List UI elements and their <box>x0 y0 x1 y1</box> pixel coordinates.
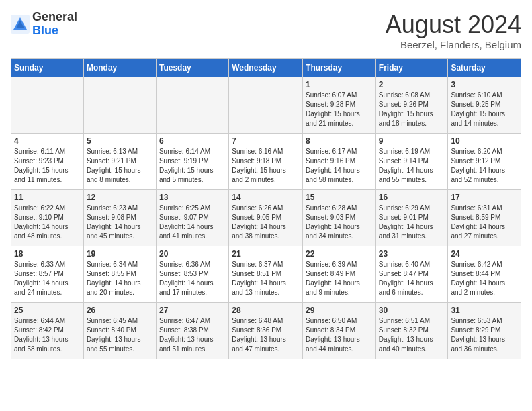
calendar-cell: 15Sunrise: 6:28 AM Sunset: 9:03 PM Dayli… <box>303 190 376 246</box>
day-info: Sunrise: 6:28 AM Sunset: 9:03 PM Dayligh… <box>306 203 373 241</box>
day-info: Sunrise: 6:48 AM Sunset: 8:36 PM Dayligh… <box>232 316 300 354</box>
days-header-row: SundayMondayTuesdayWednesdayThursdayFrid… <box>11 59 521 77</box>
calendar-cell: 3Sunrise: 6:10 AM Sunset: 9:25 PM Daylig… <box>448 77 521 134</box>
day-number: 19 <box>87 249 153 259</box>
day-header-wednesday: Wednesday <box>229 59 303 77</box>
day-number: 23 <box>379 249 445 259</box>
day-number: 8 <box>306 136 373 146</box>
location: Beerzel, Flanders, Belgium <box>386 39 521 50</box>
calendar-cell: 20Sunrise: 6:36 AM Sunset: 8:53 PM Dayli… <box>156 246 228 303</box>
day-info: Sunrise: 6:08 AM Sunset: 9:26 PM Dayligh… <box>379 91 445 128</box>
calendar-cell: 19Sunrise: 6:34 AM Sunset: 8:55 PM Dayli… <box>83 246 156 303</box>
calendar-cell: 24Sunrise: 6:42 AM Sunset: 8:44 PM Dayli… <box>448 246 521 303</box>
day-header-tuesday: Tuesday <box>156 59 228 77</box>
day-number: 20 <box>159 249 226 259</box>
day-info: Sunrise: 6:20 AM Sunset: 9:12 PM Dayligh… <box>451 147 518 185</box>
logo: General Blue <box>11 11 77 38</box>
month-year: August 2024 <box>386 11 521 39</box>
day-info: Sunrise: 6:22 AM Sunset: 9:10 PM Dayligh… <box>14 203 81 241</box>
day-header-monday: Monday <box>83 59 156 77</box>
calendar-cell: 2Sunrise: 6:08 AM Sunset: 9:26 PM Daylig… <box>375 77 448 134</box>
logo-line1: General <box>32 11 77 24</box>
page-header: General Blue August 2024 Beerzel, Flande… <box>11 11 521 50</box>
day-info: Sunrise: 6:31 AM Sunset: 8:59 PM Dayligh… <box>451 203 518 241</box>
calendar-cell: 13Sunrise: 6:25 AM Sunset: 9:07 PM Dayli… <box>156 190 228 246</box>
calendar-cell: 8Sunrise: 6:17 AM Sunset: 9:16 PM Daylig… <box>303 134 376 190</box>
calendar-cell <box>156 77 228 134</box>
day-info: Sunrise: 6:37 AM Sunset: 8:51 PM Dayligh… <box>232 260 300 298</box>
day-number: 7 <box>232 136 300 146</box>
day-number: 18 <box>14 249 81 259</box>
calendar-table: SundayMondayTuesdayWednesdayThursdayFrid… <box>11 58 521 359</box>
day-number: 30 <box>379 306 445 315</box>
day-info: Sunrise: 6:44 AM Sunset: 8:42 PM Dayligh… <box>14 316 81 354</box>
day-header-thursday: Thursday <box>303 59 376 77</box>
calendar-cell: 5Sunrise: 6:13 AM Sunset: 9:21 PM Daylig… <box>83 134 156 190</box>
day-info: Sunrise: 6:07 AM Sunset: 9:28 PM Dayligh… <box>306 91 373 128</box>
week-row-4: 18Sunrise: 6:33 AM Sunset: 8:57 PM Dayli… <box>11 246 521 303</box>
calendar-cell: 17Sunrise: 6:31 AM Sunset: 8:59 PM Dayli… <box>448 190 521 246</box>
week-row-1: 1Sunrise: 6:07 AM Sunset: 9:28 PM Daylig… <box>11 77 521 134</box>
day-info: Sunrise: 6:39 AM Sunset: 8:49 PM Dayligh… <box>306 260 373 298</box>
day-number: 25 <box>14 306 81 315</box>
calendar-cell <box>11 77 84 134</box>
day-info: Sunrise: 6:51 AM Sunset: 8:32 PM Dayligh… <box>379 316 445 354</box>
day-number: 2 <box>379 80 445 89</box>
day-header-friday: Friday <box>375 59 448 77</box>
calendar-cell: 22Sunrise: 6:39 AM Sunset: 8:49 PM Dayli… <box>303 246 376 303</box>
day-number: 26 <box>87 306 153 315</box>
day-info: Sunrise: 6:50 AM Sunset: 8:34 PM Dayligh… <box>306 316 373 354</box>
day-header-saturday: Saturday <box>448 59 521 77</box>
calendar-cell: 4Sunrise: 6:11 AM Sunset: 9:23 PM Daylig… <box>11 134 84 190</box>
day-number: 5 <box>87 136 153 146</box>
day-info: Sunrise: 6:13 AM Sunset: 9:21 PM Dayligh… <box>87 147 153 185</box>
day-info: Sunrise: 6:45 AM Sunset: 8:40 PM Dayligh… <box>87 316 153 354</box>
week-row-3: 11Sunrise: 6:22 AM Sunset: 9:10 PM Dayli… <box>11 190 521 246</box>
calendar-cell: 28Sunrise: 6:48 AM Sunset: 8:36 PM Dayli… <box>229 303 303 359</box>
day-info: Sunrise: 6:36 AM Sunset: 8:53 PM Dayligh… <box>159 260 226 298</box>
day-number: 13 <box>159 193 226 202</box>
day-info: Sunrise: 6:26 AM Sunset: 9:05 PM Dayligh… <box>232 203 300 241</box>
calendar-cell: 10Sunrise: 6:20 AM Sunset: 9:12 PM Dayli… <box>448 134 521 190</box>
calendar-cell <box>229 77 303 134</box>
day-number: 29 <box>306 306 373 315</box>
day-info: Sunrise: 6:33 AM Sunset: 8:57 PM Dayligh… <box>14 260 81 298</box>
calendar-cell: 30Sunrise: 6:51 AM Sunset: 8:32 PM Dayli… <box>375 303 448 359</box>
day-info: Sunrise: 6:34 AM Sunset: 8:55 PM Dayligh… <box>87 260 153 298</box>
day-info: Sunrise: 6:25 AM Sunset: 9:07 PM Dayligh… <box>159 203 226 241</box>
calendar-cell: 1Sunrise: 6:07 AM Sunset: 9:28 PM Daylig… <box>303 77 376 134</box>
calendar-cell: 18Sunrise: 6:33 AM Sunset: 8:57 PM Dayli… <box>11 246 84 303</box>
calendar-cell: 29Sunrise: 6:50 AM Sunset: 8:34 PM Dayli… <box>303 303 376 359</box>
calendar-cell: 7Sunrise: 6:16 AM Sunset: 9:18 PM Daylig… <box>229 134 303 190</box>
calendar-cell: 23Sunrise: 6:40 AM Sunset: 8:47 PM Dayli… <box>375 246 448 303</box>
day-number: 22 <box>306 249 373 259</box>
day-number: 21 <box>232 249 300 259</box>
logo-icon <box>11 15 30 34</box>
calendar-cell: 11Sunrise: 6:22 AM Sunset: 9:10 PM Dayli… <box>11 190 84 246</box>
day-number: 16 <box>379 193 445 202</box>
day-number: 24 <box>451 249 518 259</box>
calendar-cell: 27Sunrise: 6:47 AM Sunset: 8:38 PM Dayli… <box>156 303 228 359</box>
day-number: 27 <box>159 306 226 315</box>
day-number: 14 <box>232 193 300 202</box>
day-header-sunday: Sunday <box>11 59 84 77</box>
week-row-2: 4Sunrise: 6:11 AM Sunset: 9:23 PM Daylig… <box>11 134 521 190</box>
day-info: Sunrise: 6:14 AM Sunset: 9:19 PM Dayligh… <box>159 147 226 185</box>
calendar-cell: 9Sunrise: 6:19 AM Sunset: 9:14 PM Daylig… <box>375 134 448 190</box>
day-info: Sunrise: 6:47 AM Sunset: 8:38 PM Dayligh… <box>159 316 226 354</box>
day-number: 9 <box>379 136 445 146</box>
day-info: Sunrise: 6:42 AM Sunset: 8:44 PM Dayligh… <box>451 260 518 298</box>
calendar-cell: 14Sunrise: 6:26 AM Sunset: 9:05 PM Dayli… <box>229 190 303 246</box>
day-info: Sunrise: 6:53 AM Sunset: 8:29 PM Dayligh… <box>451 316 518 354</box>
day-number: 4 <box>14 136 81 146</box>
calendar-cell: 25Sunrise: 6:44 AM Sunset: 8:42 PM Dayli… <box>11 303 84 359</box>
day-number: 6 <box>159 136 226 146</box>
day-info: Sunrise: 6:19 AM Sunset: 9:14 PM Dayligh… <box>379 147 445 185</box>
day-info: Sunrise: 6:40 AM Sunset: 8:47 PM Dayligh… <box>379 260 445 298</box>
day-number: 3 <box>451 80 518 89</box>
day-number: 10 <box>451 136 518 146</box>
calendar-cell <box>83 77 156 134</box>
day-number: 31 <box>451 306 518 315</box>
day-info: Sunrise: 6:17 AM Sunset: 9:16 PM Dayligh… <box>306 147 373 185</box>
day-number: 15 <box>306 193 373 202</box>
